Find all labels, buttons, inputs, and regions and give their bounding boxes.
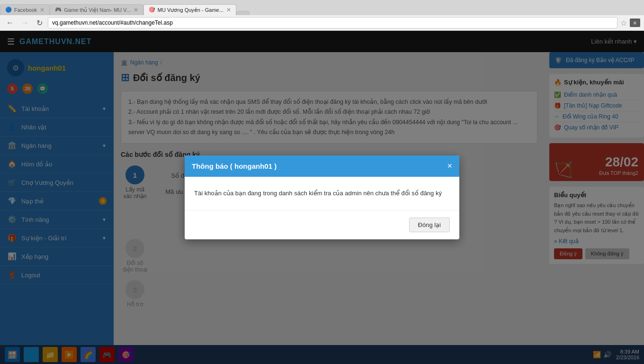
modal-title: Thông báo ( honganh01 ) [192, 162, 277, 170]
address-input[interactable] [48, 17, 617, 28]
tab-facebook[interactable]: 🔵 Facebook ✕ [0, 4, 50, 15]
address-bar: ← → ↻ ☆ ≡ [0, 15, 644, 31]
tab-close-facebook[interactable]: ✕ [40, 7, 45, 13]
tab-label-mu: MU Vương Quyền - Game... [158, 7, 224, 13]
browser-menu-btn[interactable]: ≡ [630, 18, 640, 27]
tab-favicon-mu: 🎯 [149, 7, 155, 13]
refresh-button[interactable]: ↻ [34, 18, 45, 28]
tab-gamethuvn[interactable]: 🎮 Game thủ Việt Nam- MU V... ✕ [50, 4, 143, 15]
tab-favicon-gamethuvn: 🎮 [55, 7, 62, 13]
modal-dialog: Thông báo ( honganh01 ) × Tài khoản của … [185, 155, 459, 239]
tab-close-mu[interactable]: ✕ [226, 7, 231, 13]
modal-close-button[interactable]: × [447, 161, 452, 171]
tab-close-gamethuvn[interactable]: ✕ [134, 7, 138, 13]
modal-body: Tài khoản của bạn đang trong danh sách k… [185, 177, 459, 210]
modal-footer: Đóng lại [185, 210, 459, 239]
forward-button[interactable]: → [19, 18, 31, 28]
back-button[interactable]: ← [4, 18, 16, 28]
modal-header: Thông báo ( honganh01 ) × [185, 155, 459, 177]
tab-mu[interactable]: 🎯 MU Vương Quyền - Game... ✕ [143, 4, 236, 15]
tab-label-gamethuvn: Game thủ Việt Nam- MU V... [64, 7, 131, 13]
tab-favicon-facebook: 🔵 [5, 7, 12, 13]
modal-overlay: Thông báo ( honganh01 ) × Tài khoản của … [0, 31, 644, 364]
modal-message: Tài khoản của bạn đang trong danh sách k… [194, 190, 442, 197]
tab-bar: 🔵 Facebook ✕ 🎮 Game thủ Việt Nam- MU V..… [0, 0, 644, 15]
bookmark-button[interactable]: ☆ [620, 18, 627, 27]
new-tab-btn[interactable] [236, 11, 250, 15]
modal-close-btn[interactable]: Đóng lại [409, 218, 450, 232]
tab-label-facebook: Facebook [14, 7, 37, 13]
